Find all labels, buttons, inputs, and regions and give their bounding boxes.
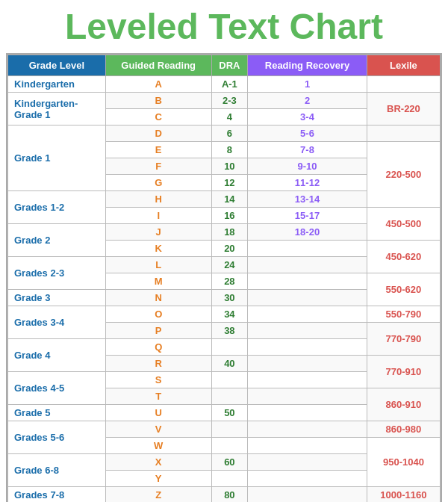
dra-value: 50 <box>211 405 248 421</box>
dra-header: DRA <box>211 55 248 76</box>
guided-reading-value: W <box>105 438 211 454</box>
reading-recovery-value: 13-14 <box>248 191 367 208</box>
grade-label: Grades 5-6 <box>8 421 106 454</box>
lexile-value: 550-620 <box>367 273 440 306</box>
grade-label: Kindergarten- Grade 1 <box>8 93 106 126</box>
reading-recovery-value <box>248 323 367 339</box>
reading-recovery-value: 15-17 <box>248 208 367 224</box>
dra-value: 38 <box>211 323 248 339</box>
reading-recovery-value: 9-10 <box>248 158 367 175</box>
chart-container: Grade Level Guided Reading DRA Reading R… <box>6 53 442 502</box>
lexile-value <box>367 126 440 142</box>
dra-value: 2-3 <box>211 93 248 109</box>
reading-recovery-value <box>248 454 367 471</box>
guided-reading-value: Z <box>105 487 211 502</box>
dra-value: 28 <box>211 273 248 290</box>
guided-reading-value: Q <box>105 339 211 356</box>
reading-recovery-value: 7-8 <box>248 142 367 158</box>
lexile-header: Lexile <box>367 55 440 76</box>
lexile-value: 450-500 <box>367 208 440 241</box>
grade-label: Grades 4-5 <box>8 372 106 405</box>
dra-value: 14 <box>211 191 248 208</box>
table-row: Grades 5-6V860-980 <box>8 421 441 438</box>
dra-value <box>211 421 248 438</box>
dra-value <box>211 339 248 356</box>
table-row: Grades 3-4O34550-790 <box>8 306 441 323</box>
lexile-value: 860-980 <box>367 421 440 438</box>
lexile-value: 450-620 <box>367 241 440 273</box>
reading-recovery-value <box>248 356 367 372</box>
table-row: KindergartenAA-11 <box>8 76 441 93</box>
guided-reading-value: L <box>105 257 211 273</box>
guided-reading-value: F <box>105 158 211 175</box>
lexile-value: 1000-1160 <box>367 487 440 502</box>
guided-reading-value: C <box>105 109 211 126</box>
guided-reading-value: N <box>105 290 211 306</box>
reading-recovery-value: 18-20 <box>248 224 367 241</box>
grade-label: Grades 1-2 <box>8 191 106 224</box>
guided-reading-value: V <box>105 421 211 438</box>
lexile-value: 770-910 <box>367 356 440 388</box>
reading-recovery-value: 3-4 <box>248 109 367 126</box>
guided-reading-value: H <box>105 191 211 208</box>
grade-label: Grades 2-3 <box>8 257 106 290</box>
guided-reading-value: O <box>105 306 211 323</box>
reading-recovery-value <box>248 372 367 388</box>
lexile-value: BR-220 <box>367 93 440 126</box>
dra-value: 60 <box>211 454 248 471</box>
dra-value: 4 <box>211 109 248 126</box>
guided-reading-value: E <box>105 142 211 158</box>
page-title: Leveled Text Chart <box>0 0 448 53</box>
dra-value: 80 <box>211 487 248 502</box>
guided-reading-value: R <box>105 356 211 372</box>
grade-label: Grade 6-8 <box>8 454 106 487</box>
lexile-value: 220-500 <box>367 142 440 208</box>
dra-value <box>211 438 248 454</box>
reading-recovery-value: 2 <box>248 93 367 109</box>
lexile-value: 950-1040 <box>367 438 440 487</box>
guided-reading-value: J <box>105 224 211 241</box>
dra-value: 24 <box>211 257 248 273</box>
reading-recovery-value <box>248 405 367 421</box>
lexile-value <box>367 76 440 93</box>
grade-label: Grade 2 <box>8 224 106 257</box>
dra-value <box>211 471 248 487</box>
dra-value: 12 <box>211 175 248 191</box>
reading-recovery-value <box>248 257 367 273</box>
reading-recovery-value <box>248 471 367 487</box>
grade-label: Grade 3 <box>8 290 106 306</box>
reading-recovery-value <box>248 388 367 405</box>
dra-value <box>211 372 248 388</box>
reading-recovery-value <box>248 487 367 502</box>
dra-value: 34 <box>211 306 248 323</box>
guided-reading-value: P <box>105 323 211 339</box>
reading-recovery-value <box>248 339 367 356</box>
guided-reading-value: G <box>105 175 211 191</box>
reading-recovery-value <box>248 306 367 323</box>
grade-label: Kindergarten <box>8 76 106 93</box>
guided-reading-value: D <box>105 126 211 142</box>
reading-recovery-value <box>248 273 367 290</box>
guided-reading-value: T <box>105 388 211 405</box>
guided-reading-value: I <box>105 208 211 224</box>
dra-value: 30 <box>211 290 248 306</box>
dra-value: 16 <box>211 208 248 224</box>
dra-value: 40 <box>211 356 248 372</box>
guided-reading-header: Guided Reading <box>105 55 211 76</box>
grade-level-header: Grade Level <box>8 55 106 76</box>
lexile-value: 770-790 <box>367 323 440 356</box>
reading-recovery-value: 11-12 <box>248 175 367 191</box>
guided-reading-value: S <box>105 372 211 388</box>
lexile-value: 860-910 <box>367 388 440 421</box>
guided-reading-value: M <box>105 273 211 290</box>
table-row: Kindergarten- Grade 1B2-32BR-220 <box>8 93 441 109</box>
dra-value: 6 <box>211 126 248 142</box>
grade-label: Grade 1 <box>8 126 106 191</box>
reading-recovery-value <box>248 241 367 257</box>
lexile-value: 550-790 <box>367 306 440 323</box>
table-row: Grades 7-8Z801000-1160 <box>8 487 441 502</box>
guided-reading-value: Y <box>105 471 211 487</box>
guided-reading-value: A <box>105 76 211 93</box>
grade-label: Grade 4 <box>8 339 106 372</box>
reading-recovery-value: 1 <box>248 76 367 93</box>
